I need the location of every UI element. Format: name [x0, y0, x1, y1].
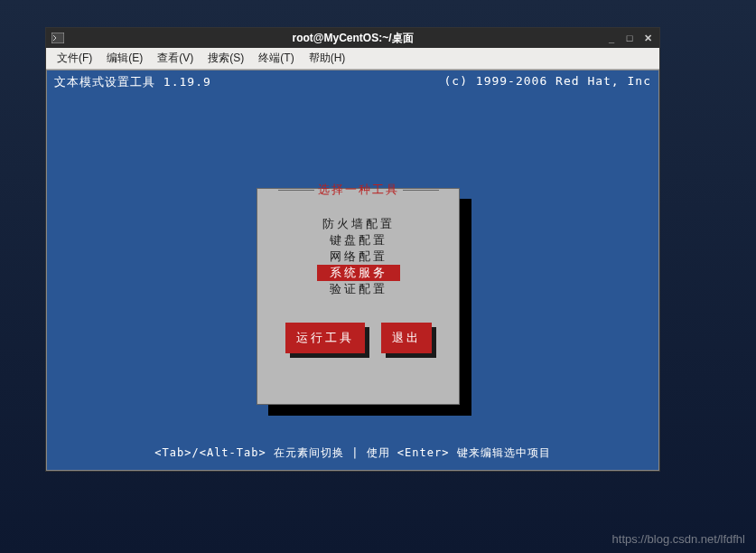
tool-name: 文本模式设置工具 1.19.9: [54, 74, 211, 90]
menu-search[interactable]: 搜索(S): [201, 49, 251, 68]
menu-help[interactable]: 帮助(H): [302, 49, 353, 68]
copyright: (c) 1999-2006 Red Hat, Inc: [444, 74, 652, 90]
window-title: root@MyCentOS:~/桌面: [46, 31, 659, 46]
option-firewall[interactable]: 防火墙配置: [257, 216, 459, 232]
menubar: 文件(F) 编辑(E) 查看(V) 搜索(S) 终端(T) 帮助(H): [46, 48, 659, 70]
maximize-button[interactable]: □: [623, 32, 636, 44]
minimize-button[interactable]: _: [605, 32, 618, 44]
dialog-title: 选择一种工具: [257, 182, 459, 198]
menu-file[interactable]: 文件(F): [50, 49, 99, 68]
run-tool-button[interactable]: 运行工具: [285, 323, 365, 353]
terminal-header: 文本模式设置工具 1.19.9 (c) 1999-2006 Red Hat, I…: [47, 70, 658, 94]
option-network[interactable]: 网络配置: [257, 248, 459, 265]
menu-edit[interactable]: 编辑(E): [99, 49, 150, 68]
menu-view[interactable]: 查看(V): [150, 49, 201, 68]
option-authentication[interactable]: 验证配置: [257, 281, 459, 297]
option-list: 防火墙配置 键盘配置 网络配置 系统服务 验证配置: [257, 216, 459, 297]
app-icon: [50, 30, 66, 46]
terminal-window: root@MyCentOS:~/桌面 _ □ ✕ 文件(F) 编辑(E) 查看(…: [45, 27, 660, 472]
dialog-buttons: 运行工具 退出: [257, 323, 459, 353]
close-button[interactable]: ✕: [641, 32, 654, 44]
window-controls: _ □ ✕: [605, 32, 654, 44]
titlebar: root@MyCentOS:~/桌面 _ □ ✕: [46, 28, 659, 48]
menu-terminal[interactable]: 终端(T): [251, 49, 301, 68]
option-system-services[interactable]: 系统服务: [317, 265, 400, 281]
option-keyboard[interactable]: 键盘配置: [257, 232, 459, 248]
quit-button[interactable]: 退出: [381, 323, 432, 353]
watermark: https://blog.csdn.net/lfdfhl: [612, 532, 745, 546]
terminal-area[interactable]: 文本模式设置工具 1.19.9 (c) 1999-2006 Red Hat, I…: [46, 70, 659, 471]
tool-dialog: 选择一种工具 防火墙配置 键盘配置 网络配置 系统服务 验证配置 运行工具 退出: [257, 188, 460, 405]
terminal-footer: <Tab>/<Alt-Tab> 在元素间切换 | 使用 <Enter> 键来编辑…: [47, 445, 658, 461]
svg-rect-0: [51, 33, 64, 43]
